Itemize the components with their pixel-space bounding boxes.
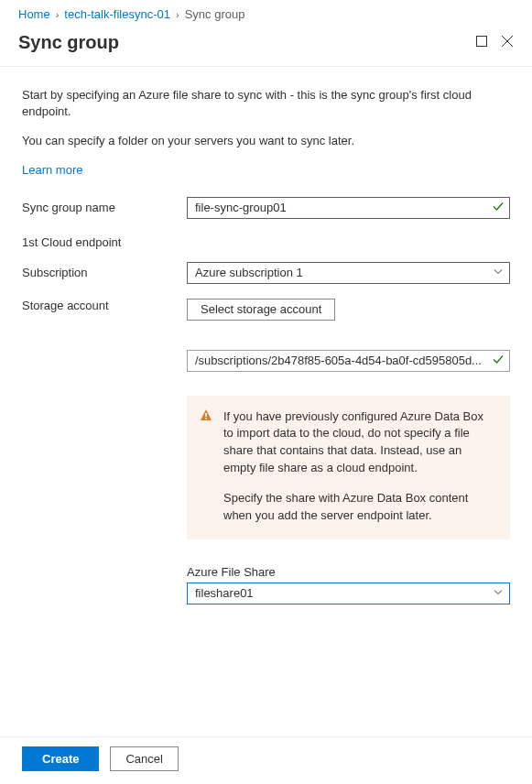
subscription-select[interactable]: Azure subscription 1 — [187, 262, 510, 284]
warning-text-2: Specify the share with Azure Data Box co… — [223, 490, 495, 525]
subscription-label: Subscription — [22, 266, 187, 279]
footer: Create Cancel — [0, 736, 532, 784]
subscription-value: Azure subscription 1 — [195, 266, 303, 279]
breadcrumb-home[interactable]: Home — [18, 7, 50, 21]
warning-box: If you have previously configured Azure … — [187, 396, 510, 539]
file-share-label: Azure File Share — [187, 565, 510, 579]
svg-rect-0 — [477, 37, 487, 47]
checkmark-icon — [492, 353, 505, 368]
sync-group-name-label: Sync group name — [22, 201, 187, 214]
create-button[interactable]: Create — [22, 746, 99, 771]
learn-more-link[interactable]: Learn more — [22, 163, 82, 177]
breadcrumb: Home › tech-talk-filesync-01 › Sync grou… — [0, 0, 532, 27]
cancel-button[interactable]: Cancel — [110, 746, 178, 771]
intro-text-1: Start by specifying an Azure file share … — [22, 87, 510, 120]
svg-rect-5 — [205, 418, 207, 419]
sync-group-name-input[interactable] — [187, 197, 510, 219]
restore-icon[interactable] — [475, 35, 488, 50]
svg-rect-4 — [205, 413, 207, 417]
breadcrumb-service[interactable]: tech-talk-filesync-01 — [64, 7, 170, 21]
warning-text-1: If you have previously configured Azure … — [223, 408, 495, 477]
chevron-down-icon — [493, 266, 504, 279]
chevron-right-icon: › — [56, 9, 60, 20]
select-storage-account-button[interactable]: Select storage account — [187, 299, 335, 321]
storage-path-input[interactable] — [187, 350, 510, 372]
file-share-value: fileshare01 — [195, 586, 254, 600]
warning-icon — [200, 408, 212, 427]
storage-account-label: Storage account — [22, 299, 187, 312]
chevron-down-icon — [493, 586, 504, 600]
page-header: Sync group — [0, 27, 532, 67]
intro-text-2: You can specify a folder on your servers… — [22, 133, 510, 149]
close-icon[interactable] — [501, 35, 514, 50]
chevron-right-icon: › — [176, 9, 179, 20]
file-share-select[interactable]: fileshare01 — [187, 583, 510, 604]
checkmark-icon — [492, 200, 505, 215]
cloud-endpoint-heading: 1st Cloud endpoint — [22, 235, 510, 249]
breadcrumb-current: Sync group — [185, 7, 245, 21]
page-title: Sync group — [18, 32, 119, 53]
